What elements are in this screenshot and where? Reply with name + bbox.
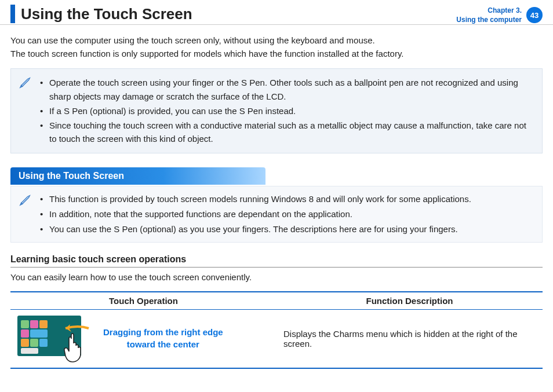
table-header-operation: Touch Operation (10, 292, 276, 310)
subsection-intro: You can easily learn how to use the touc… (10, 272, 543, 282)
caution-note-box: Operate the touch screen using your fing… (10, 68, 543, 153)
header-right: Chapter 3. Using the computer 43 (456, 5, 543, 24)
table-header-description: Function Description (276, 292, 543, 310)
info-item: You can use the S Pen (optional) as you … (40, 222, 534, 236)
intro-text: You can use the computer using the touch… (10, 34, 543, 60)
page-content: You can use the computer using the touch… (0, 25, 553, 368)
caution-list: Operate the touch screen using your fing… (40, 76, 534, 145)
touch-illustration (17, 316, 93, 362)
touch-operation-cell: Dragging from the right edge toward the … (10, 309, 276, 368)
chapter-name: Using the computer (456, 15, 522, 24)
operations-table: Touch Operation Function Description (10, 291, 543, 369)
caution-item: If a S Pen (optional) is provided, you c… (40, 104, 534, 118)
page-title: Using the Touch Screen (21, 5, 192, 23)
info-item: This function is provided by touch scree… (40, 192, 534, 206)
chapter-number: Chapter 3. (456, 6, 522, 15)
info-note-box: This function is provided by touch scree… (10, 186, 543, 243)
caution-item: Operate the touch screen using your fing… (40, 76, 534, 103)
caption-line-2: toward the center (103, 339, 223, 350)
info-item: In addition, note that the supported fun… (40, 207, 534, 221)
header-left: Using the Touch Screen (10, 5, 192, 23)
section-heading-tab: Using the Touch Screen (10, 167, 265, 185)
subsection-heading: Learning basic touch screen operations (10, 254, 543, 268)
title-accent-bar (10, 5, 15, 23)
touch-operation-caption: Dragging from the right edge toward the … (103, 327, 223, 350)
function-description-cell: Displays the Charms menu which is hidden… (276, 309, 543, 368)
hand-icon (61, 329, 96, 364)
note-icon (19, 193, 32, 210)
page-header: Using the Touch Screen Chapter 3. Using … (0, 0, 553, 25)
intro-line-1: You can use the computer using the touch… (10, 34, 543, 47)
page-number-badge: 43 (526, 7, 543, 23)
caption-line-1: Dragging from the right edge (103, 327, 223, 338)
intro-line-2: The touch screen function is only suppor… (10, 47, 543, 61)
chapter-info: Chapter 3. Using the computer (456, 6, 522, 24)
caution-item: Since touching the touch screen with a c… (40, 119, 534, 146)
table-row: Dragging from the right edge toward the … (10, 309, 543, 368)
note-icon (19, 76, 32, 92)
info-list: This function is provided by touch scree… (40, 192, 534, 236)
